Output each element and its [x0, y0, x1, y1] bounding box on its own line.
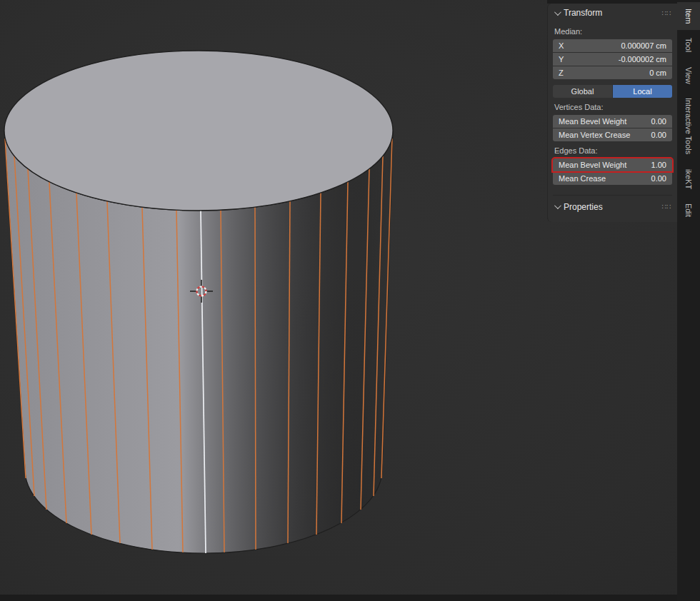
tab-view[interactable]: View — [677, 61, 700, 91]
mean-bevel-weight-edges-field[interactable]: Mean Bevel Weight 1.00 — [553, 158, 672, 171]
field-value: 0.00 — [651, 174, 666, 183]
tab-ikekt[interactable]: ikeKT — [677, 163, 700, 196]
vertices-data-label: Vertices Data: — [554, 103, 671, 111]
field-value: 0.00 — [651, 117, 666, 126]
field-label: Mean Bevel Weight — [559, 117, 626, 126]
field-label: Mean Vertex Crease — [559, 131, 630, 139]
orientation-local-button[interactable]: Local — [613, 85, 672, 98]
window-edge-bottom — [0, 595, 700, 601]
axis-value: 0 cm — [649, 69, 666, 77]
mean-vertex-crease-field[interactable]: Mean Vertex Crease 0.00 — [553, 128, 672, 141]
field-label: Mean Crease — [559, 174, 606, 183]
chevron-down-icon — [554, 202, 561, 209]
cylinder-top-face — [4, 51, 393, 211]
orientation-global-button[interactable]: Global — [553, 85, 612, 98]
sidebar-tab-strip: Item Tool View Interactive Tools ikeKT E… — [677, 0, 700, 601]
axis-label: Z — [559, 69, 564, 77]
panel-grip-icon[interactable]: ∷∷ — [661, 203, 671, 211]
transform-panel-title: Transform — [564, 8, 602, 18]
panel-grip-icon[interactable]: ∷∷ — [661, 9, 671, 17]
transform-panel-header[interactable]: Transform ∷∷ — [553, 4, 672, 22]
cylinder-object[interactable] — [4, 51, 393, 553]
axis-value: 0.000007 cm — [621, 41, 666, 50]
tab-item[interactable]: Item — [677, 2, 700, 30]
properties-panel-title: Properties — [564, 202, 603, 212]
properties-panel-header[interactable]: Properties ∷∷ — [553, 195, 672, 215]
axis-value: -0.000002 cm — [619, 55, 666, 64]
edges-data-label: Edges Data: — [554, 146, 671, 155]
median-z-field[interactable]: Z 0 cm — [553, 66, 672, 79]
orientation-toggle: Global Local — [553, 85, 672, 98]
axis-label: X — [559, 41, 564, 50]
tab-edit[interactable]: Edit — [677, 197, 700, 223]
axis-label: Y — [559, 55, 564, 64]
sidebar-panel: Transform ∷∷ Median: X 0.000007 cm Y -0.… — [547, 4, 677, 222]
median-label: Median: — [554, 27, 671, 36]
mean-bevel-weight-vertices-field[interactable]: Mean Bevel Weight 0.00 — [553, 115, 672, 128]
tab-interactive-tools[interactable]: Interactive Tools — [677, 91, 700, 161]
field-label: Mean Bevel Weight — [559, 161, 626, 169]
median-y-field[interactable]: Y -0.000002 cm — [553, 53, 672, 66]
tab-tool[interactable]: Tool — [677, 31, 700, 59]
field-value: 0.00 — [651, 131, 666, 139]
mesh-edge — [255, 207, 256, 550]
chevron-down-icon — [554, 9, 561, 16]
mean-crease-field[interactable]: Mean Crease 0.00 — [553, 172, 672, 185]
median-x-field[interactable]: X 0.000007 cm — [553, 39, 672, 52]
field-value: 1.00 — [651, 161, 666, 169]
